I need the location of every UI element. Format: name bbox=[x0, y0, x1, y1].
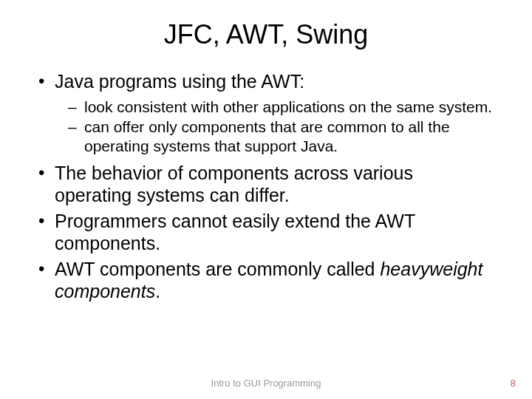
page-number: 8 bbox=[511, 378, 516, 389]
list-item: Programmers cannot easily extend the AWT… bbox=[37, 211, 495, 254]
footer: Intro to GUI Programming 8 bbox=[0, 378, 532, 389]
footer-text: Intro to GUI Programming bbox=[0, 378, 532, 389]
slide-title: JFC, AWT, Swing bbox=[37, 19, 495, 50]
list-item: look consistent with other applications … bbox=[68, 98, 495, 117]
bullet-text: can offer only components that are commo… bbox=[84, 118, 450, 154]
list-item: Java programs using the AWT: look consis… bbox=[37, 71, 495, 155]
slide: JFC, AWT, Swing Java programs using the … bbox=[0, 0, 532, 399]
list-item: AWT components are commonly called heavy… bbox=[37, 259, 495, 302]
bullet-text: Programmers cannot easily extend the AWT… bbox=[55, 211, 415, 253]
sub-list: look consistent with other applications … bbox=[68, 98, 495, 156]
bullet-text: look consistent with other applications … bbox=[84, 98, 492, 115]
list-item: can offer only components that are commo… bbox=[68, 117, 495, 155]
list-item: The behavior of components across variou… bbox=[37, 163, 495, 206]
bullet-text: . bbox=[155, 281, 160, 301]
bullet-text: Java programs using the AWT: bbox=[55, 71, 304, 92]
bullet-text: AWT components are commonly called bbox=[55, 259, 380, 279]
bullet-text: The behavior of components across variou… bbox=[55, 163, 413, 205]
bullet-list: Java programs using the AWT: look consis… bbox=[37, 71, 495, 302]
